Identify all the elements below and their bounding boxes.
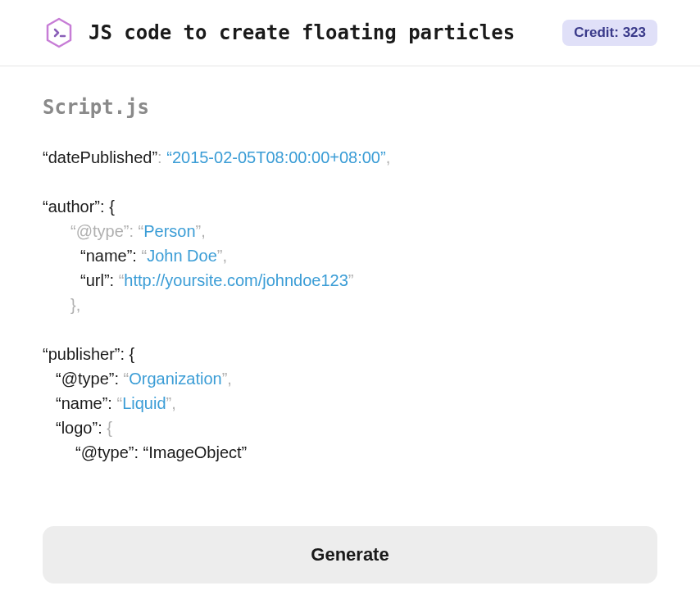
code-line: “@type”: “Person”, bbox=[43, 219, 657, 243]
code-line: “@type”: “Organization”, bbox=[43, 366, 657, 391]
code-line: “publisher”: { bbox=[43, 342, 657, 366]
code-line: “datePublished”: “2015-02-05T08:00:00+08… bbox=[43, 145, 657, 170]
content-area: Script.js “datePublished”: “2015-02-05T0… bbox=[0, 66, 700, 465]
code-line: }, bbox=[43, 293, 657, 317]
code-line: “name”: “John Doe”, bbox=[43, 243, 657, 268]
app-logo-icon bbox=[43, 16, 75, 49]
header: JS code to create floating particles Cre… bbox=[0, 0, 700, 66]
code-line: “author”: { bbox=[43, 194, 657, 219]
code-line: “logo”: { bbox=[43, 415, 657, 440]
generate-button[interactable]: Generate bbox=[43, 526, 657, 583]
page-title: JS code to create floating particles bbox=[89, 21, 549, 44]
code-line: “name”: “Liquid”, bbox=[43, 391, 657, 415]
code-line: “@type”: “ImageObject” bbox=[43, 440, 657, 465]
code-line: “url”: “http://yoursite.com/johndoe123” bbox=[43, 268, 657, 293]
filename-label: Script.js bbox=[43, 96, 657, 119]
credit-badge: Credit: 323 bbox=[562, 20, 657, 46]
code-block: “datePublished”: “2015-02-05T08:00:00+08… bbox=[43, 145, 657, 465]
footer: Generate bbox=[43, 526, 657, 583]
